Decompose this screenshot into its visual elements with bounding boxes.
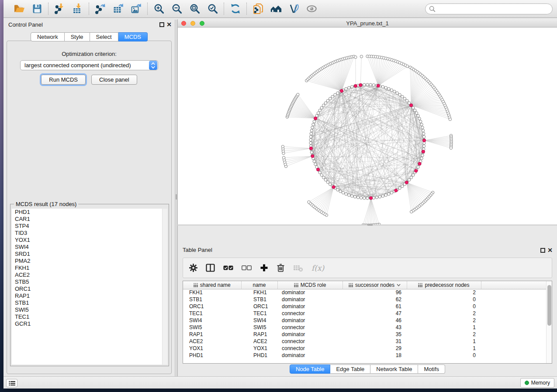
table-toolbar: f(x) [183,258,552,278]
export-network-icon[interactable] [94,3,106,15]
column-header-shared-name[interactable]: shared name [183,281,241,289]
zoom-out-icon[interactable] [171,3,183,15]
result-item[interactable]: TID3 [12,230,167,237]
dropdown-stepper-icon [149,61,157,70]
result-item[interactable]: STB5 [12,279,167,285]
table-row[interactable]: FKH1FKH1dominator962 [183,289,547,296]
vizmap-style-icon[interactable] [288,3,300,15]
table-panel-title: Table Panel [183,247,212,253]
close-panel-button[interactable]: Close panel [91,75,137,85]
splitter-grip [176,194,177,199]
open-file-icon[interactable] [13,3,25,15]
result-item[interactable]: STP4 [12,223,167,230]
table-settings-gear-icon[interactable] [189,264,197,272]
main-toolbar [3,0,557,18]
table-panel: Table Panel ✕ f(x) [177,226,557,376]
tab-node-table[interactable]: Node Table [290,364,331,374]
zoom-fit-icon[interactable] [189,3,201,15]
tab-style[interactable]: Style [65,32,90,41]
create-column-icon[interactable] [260,264,268,272]
deselect-all-icon[interactable] [242,265,252,271]
export-table-icon[interactable] [112,3,124,15]
mcds-result-list[interactable]: PHD1CAR1STP4TID3YOX1SWI4SRD1PMA2FKH1ACE2… [12,209,167,364]
save-session-icon[interactable] [31,3,43,15]
tab-network[interactable]: Network [31,32,65,41]
close-table-panel-icon[interactable]: ✕ [547,247,553,254]
network-view[interactable] [178,28,557,244]
table-row[interactable]: PHD1PHD1dominator180 [183,352,547,359]
window-close-icon[interactable] [181,21,186,26]
control-panel: Control Panel ✕ NetworkStyleSelectMCDS O… [3,20,175,376]
tab-edge-table[interactable]: Edge Table [330,364,370,374]
result-item[interactable]: SWI4 [12,244,167,251]
zoom-selected-icon[interactable] [207,3,218,15]
result-item[interactable]: TEC1 [12,313,167,320]
column-header-successor-nodes[interactable]: successor nodes [343,281,407,289]
result-item[interactable]: PHD1 [12,209,167,216]
column-header-name[interactable]: name [241,281,277,289]
window-zoom-icon[interactable] [200,21,204,26]
tab-mcds[interactable]: MCDS [118,32,148,41]
network-title: YPA_prune.txt_1 [178,20,557,27]
result-item[interactable]: GCR1 [12,320,167,327]
table-row[interactable]: ACE2ACE2connector311 [183,338,547,345]
column-header-predecessor-nodes[interactable]: predecessor nodes [407,281,481,289]
table-row[interactable]: SWI5SWI5connector431 [183,324,547,331]
import-table-disabled-icon [293,264,303,272]
network-window: YPA_prune.txt_1 [177,19,557,244]
mcds-tab-content: Optimization criterion: largest connecte… [7,41,172,374]
mcds-result-items: PHD1CAR1STP4TID3YOX1SWI4SRD1PMA2FKH1ACE2… [12,209,167,327]
result-item[interactable]: ORC1 [12,285,167,292]
table-row[interactable]: TEC1TEC1connector472 [183,310,547,317]
result-item[interactable]: SWI5 [12,306,167,313]
table-row[interactable]: SWI4SWI4dominator462 [183,317,547,324]
mcds-result-title: MCDS result (17 nodes) [14,201,78,207]
result-item[interactable]: CAR1 [12,216,167,223]
clone-network-icon[interactable] [252,3,264,15]
search-icon [429,6,436,14]
result-item[interactable]: RAP1 [12,292,167,299]
tab-network-table[interactable]: Network Table [370,364,418,374]
tab-select[interactable]: Select [90,32,118,41]
criterion-dropdown[interactable]: largest connected component (undirected) [20,60,158,70]
import-network-icon[interactable] [54,3,66,15]
tab-motifs[interactable]: Motifs [418,364,445,374]
result-list-scrollbar[interactable] [162,209,167,364]
delete-column-icon[interactable] [277,263,285,272]
table-row[interactable]: STB1STB1dominator620 [183,296,547,303]
table-row[interactable]: RAP1RAP1dominator352 [183,331,547,338]
network-graph[interactable] [178,28,557,244]
window-minimize-icon[interactable] [190,21,195,26]
result-item[interactable]: YOX1 [12,237,167,244]
show-columns-icon[interactable] [206,264,215,272]
table-scrollbar-thumb[interactable] [547,285,551,326]
network-titlebar[interactable]: YPA_prune.txt_1 [178,19,557,28]
node-table-header[interactable]: shared namenameMCDS rolesuccessor nodesp… [183,281,547,289]
close-panel-icon[interactable]: ✕ [166,21,172,28]
memory-button[interactable]: Memory [520,378,554,388]
table-scrollbar[interactable] [546,281,552,363]
first-neighbors-icon[interactable] [270,3,282,15]
result-item[interactable]: SRD1 [12,251,167,258]
table-row[interactable]: YOX1YOX1connector291 [183,345,547,352]
result-item[interactable]: ACE2 [12,272,167,279]
apply-layout-icon[interactable] [229,3,241,15]
search-input[interactable] [425,3,553,14]
table-row[interactable]: ORC1ORC1dominator610 [183,303,547,310]
export-image-icon[interactable] [130,3,142,15]
float-panel-icon[interactable] [159,22,164,27]
zoom-in-icon[interactable] [153,3,165,15]
result-item[interactable]: STB1 [12,299,167,306]
select-all-icon[interactable] [223,265,233,271]
run-mcds-button[interactable]: Run MCDS [41,75,86,85]
control-panel-header: Control Panel ✕ [3,20,175,30]
node-table[interactable]: shared namenameMCDS rolesuccessor nodesp… [183,281,552,364]
result-item[interactable]: FKH1 [12,265,167,272]
import-table-icon[interactable] [72,3,83,15]
float-table-panel-icon[interactable] [540,248,545,253]
hide-selected-icon[interactable] [306,3,318,15]
status-menu-button[interactable] [6,379,17,387]
column-header-MCDS-role[interactable]: MCDS role [277,281,343,289]
result-item[interactable]: PMA2 [12,258,167,265]
optimization-criterion-label: Optimization criterion: [7,51,171,57]
